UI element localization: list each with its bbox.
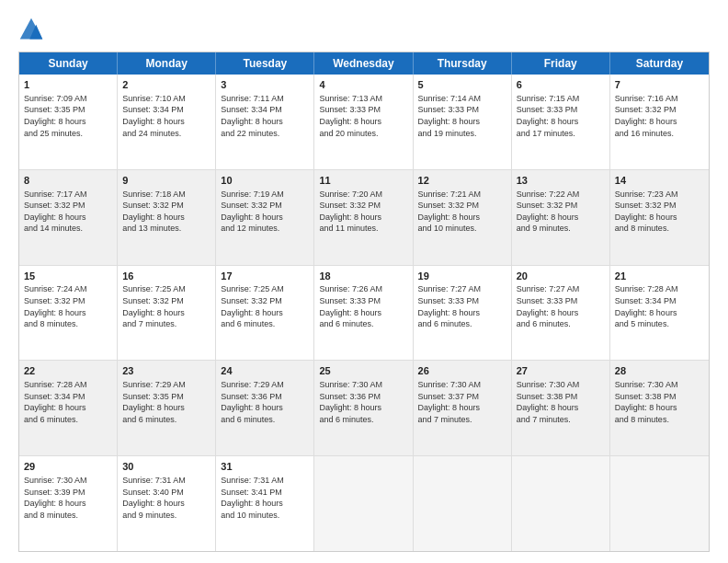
calendar-cell: 27Sunrise: 7:30 AMSunset: 3:38 PMDayligh…	[512, 361, 610, 455]
calendar-row-1: 8Sunrise: 7:17 AMSunset: 3:32 PMDaylight…	[19, 170, 709, 266]
page: SundayMondayTuesdayWednesdayThursdayFrid…	[0, 0, 728, 563]
day-number: 8	[24, 174, 112, 188]
cell-info: Sunrise: 7:29 AMSunset: 3:36 PMDaylight:…	[221, 379, 309, 425]
day-number: 17	[221, 270, 309, 283]
day-number: 6	[517, 78, 605, 92]
calendar-cell	[314, 456, 413, 551]
day-number: 28	[615, 364, 704, 378]
day-number: 31	[221, 460, 309, 474]
calendar-cell: 13Sunrise: 7:22 AMSunset: 3:32 PMDayligh…	[512, 170, 610, 265]
calendar-cell: 26Sunrise: 7:30 AMSunset: 3:37 PMDayligh…	[414, 361, 512, 455]
calendar-cell: 17Sunrise: 7:25 AMSunset: 3:32 PMDayligh…	[216, 266, 314, 361]
cell-info: Sunrise: 7:30 AMSunset: 3:38 PMDaylight:…	[615, 379, 704, 425]
day-number: 20	[517, 270, 605, 283]
day-number: 30	[122, 460, 210, 474]
header	[18, 17, 710, 42]
cell-info: Sunrise: 7:17 AMSunset: 3:32 PMDaylight:…	[24, 189, 112, 235]
calendar-cell: 3Sunrise: 7:11 AMSunset: 3:34 PMDaylight…	[216, 75, 314, 169]
cell-info: Sunrise: 7:15 AMSunset: 3:33 PMDaylight:…	[517, 93, 605, 139]
day-number: 2	[122, 78, 210, 92]
calendar-cell: 24Sunrise: 7:29 AMSunset: 3:36 PMDayligh…	[216, 361, 314, 455]
calendar-cell: 31Sunrise: 7:31 AMSunset: 3:41 PMDayligh…	[216, 456, 314, 551]
day-number: 23	[122, 364, 210, 378]
calendar-cell: 25Sunrise: 7:30 AMSunset: 3:36 PMDayligh…	[314, 361, 413, 455]
day-number: 13	[517, 174, 605, 188]
cell-info: Sunrise: 7:11 AMSunset: 3:34 PMDaylight:…	[221, 93, 309, 139]
calendar-cell: 18Sunrise: 7:26 AMSunset: 3:33 PMDayligh…	[314, 266, 413, 361]
cell-info: Sunrise: 7:27 AMSunset: 3:33 PMDaylight:…	[418, 283, 506, 329]
calendar-cell: 8Sunrise: 7:17 AMSunset: 3:32 PMDaylight…	[19, 170, 118, 265]
header-day-saturday: Saturday	[610, 52, 709, 75]
cell-info: Sunrise: 7:23 AMSunset: 3:32 PMDaylight:…	[615, 189, 704, 235]
calendar-row-2: 15Sunrise: 7:24 AMSunset: 3:32 PMDayligh…	[19, 266, 709, 362]
calendar-cell: 21Sunrise: 7:28 AMSunset: 3:34 PMDayligh…	[610, 266, 709, 361]
cell-info: Sunrise: 7:30 AMSunset: 3:36 PMDaylight:…	[319, 379, 407, 425]
calendar-cell: 1Sunrise: 7:09 AMSunset: 3:35 PMDaylight…	[19, 75, 118, 169]
logo-icon	[18, 17, 44, 42]
day-number: 3	[221, 78, 309, 92]
cell-info: Sunrise: 7:26 AMSunset: 3:33 PMDaylight:…	[319, 283, 407, 329]
cell-info: Sunrise: 7:31 AMSunset: 3:41 PMDaylight:…	[221, 475, 309, 521]
day-number: 1	[24, 78, 112, 92]
calendar-cell	[414, 456, 512, 551]
calendar-row-0: 1Sunrise: 7:09 AMSunset: 3:35 PMDaylight…	[19, 75, 709, 170]
calendar: SundayMondayTuesdayWednesdayThursdayFrid…	[18, 52, 710, 552]
calendar-header: SundayMondayTuesdayWednesdayThursdayFrid…	[19, 52, 709, 75]
day-number: 4	[319, 78, 407, 92]
day-number: 19	[418, 270, 506, 283]
calendar-cell: 22Sunrise: 7:28 AMSunset: 3:34 PMDayligh…	[19, 361, 118, 455]
calendar-cell: 19Sunrise: 7:27 AMSunset: 3:33 PMDayligh…	[414, 266, 512, 361]
header-day-wednesday: Wednesday	[314, 52, 413, 75]
cell-info: Sunrise: 7:30 AMSunset: 3:37 PMDaylight:…	[418, 379, 506, 425]
cell-info: Sunrise: 7:14 AMSunset: 3:33 PMDaylight:…	[418, 93, 506, 139]
calendar-cell: 23Sunrise: 7:29 AMSunset: 3:35 PMDayligh…	[118, 361, 216, 455]
day-number: 16	[122, 270, 210, 283]
calendar-cell: 12Sunrise: 7:21 AMSunset: 3:32 PMDayligh…	[414, 170, 512, 265]
logo	[18, 17, 48, 42]
calendar-cell: 9Sunrise: 7:18 AMSunset: 3:32 PMDaylight…	[118, 170, 216, 265]
header-day-thursday: Thursday	[414, 52, 512, 75]
day-number: 27	[517, 364, 605, 378]
calendar-cell: 4Sunrise: 7:13 AMSunset: 3:33 PMDaylight…	[314, 75, 413, 169]
cell-info: Sunrise: 7:31 AMSunset: 3:40 PMDaylight:…	[122, 475, 210, 521]
calendar-cell	[512, 456, 610, 551]
calendar-row-3: 22Sunrise: 7:28 AMSunset: 3:34 PMDayligh…	[19, 361, 709, 456]
day-number: 26	[418, 364, 506, 378]
calendar-cell: 10Sunrise: 7:19 AMSunset: 3:32 PMDayligh…	[216, 170, 314, 265]
header-day-sunday: Sunday	[19, 52, 118, 75]
calendar-cell: 28Sunrise: 7:30 AMSunset: 3:38 PMDayligh…	[610, 361, 709, 455]
day-number: 15	[24, 270, 112, 283]
cell-info: Sunrise: 7:19 AMSunset: 3:32 PMDaylight:…	[221, 189, 309, 235]
calendar-cell: 14Sunrise: 7:23 AMSunset: 3:32 PMDayligh…	[610, 170, 709, 265]
cell-info: Sunrise: 7:10 AMSunset: 3:34 PMDaylight:…	[122, 93, 210, 139]
day-number: 24	[221, 364, 309, 378]
day-number: 14	[615, 174, 704, 188]
cell-info: Sunrise: 7:16 AMSunset: 3:32 PMDaylight:…	[615, 93, 704, 139]
cell-info: Sunrise: 7:20 AMSunset: 3:32 PMDaylight:…	[319, 189, 407, 235]
calendar-cell: 7Sunrise: 7:16 AMSunset: 3:32 PMDaylight…	[610, 75, 709, 169]
day-number: 22	[24, 364, 112, 378]
day-number: 10	[221, 174, 309, 188]
cell-info: Sunrise: 7:30 AMSunset: 3:39 PMDaylight:…	[24, 475, 112, 521]
day-number: 11	[319, 174, 407, 188]
calendar-cell: 2Sunrise: 7:10 AMSunset: 3:34 PMDaylight…	[118, 75, 216, 169]
calendar-cell: 16Sunrise: 7:25 AMSunset: 3:32 PMDayligh…	[118, 266, 216, 361]
day-number: 29	[24, 460, 112, 474]
calendar-cell: 29Sunrise: 7:30 AMSunset: 3:39 PMDayligh…	[19, 456, 118, 551]
cell-info: Sunrise: 7:22 AMSunset: 3:32 PMDaylight:…	[517, 189, 605, 235]
calendar-cell: 30Sunrise: 7:31 AMSunset: 3:40 PMDayligh…	[118, 456, 216, 551]
cell-info: Sunrise: 7:21 AMSunset: 3:32 PMDaylight:…	[418, 189, 506, 235]
header-day-tuesday: Tuesday	[216, 52, 314, 75]
calendar-cell: 6Sunrise: 7:15 AMSunset: 3:33 PMDaylight…	[512, 75, 610, 169]
day-number: 18	[319, 270, 407, 283]
calendar-cell: 20Sunrise: 7:27 AMSunset: 3:33 PMDayligh…	[512, 266, 610, 361]
cell-info: Sunrise: 7:27 AMSunset: 3:33 PMDaylight:…	[517, 283, 605, 329]
cell-info: Sunrise: 7:24 AMSunset: 3:32 PMDaylight:…	[24, 283, 112, 329]
cell-info: Sunrise: 7:28 AMSunset: 3:34 PMDaylight:…	[24, 379, 112, 425]
day-number: 5	[418, 78, 506, 92]
cell-info: Sunrise: 7:09 AMSunset: 3:35 PMDaylight:…	[24, 93, 112, 139]
day-number: 12	[418, 174, 506, 188]
cell-info: Sunrise: 7:25 AMSunset: 3:32 PMDaylight:…	[122, 283, 210, 329]
cell-info: Sunrise: 7:29 AMSunset: 3:35 PMDaylight:…	[122, 379, 210, 425]
day-number: 21	[615, 270, 704, 283]
